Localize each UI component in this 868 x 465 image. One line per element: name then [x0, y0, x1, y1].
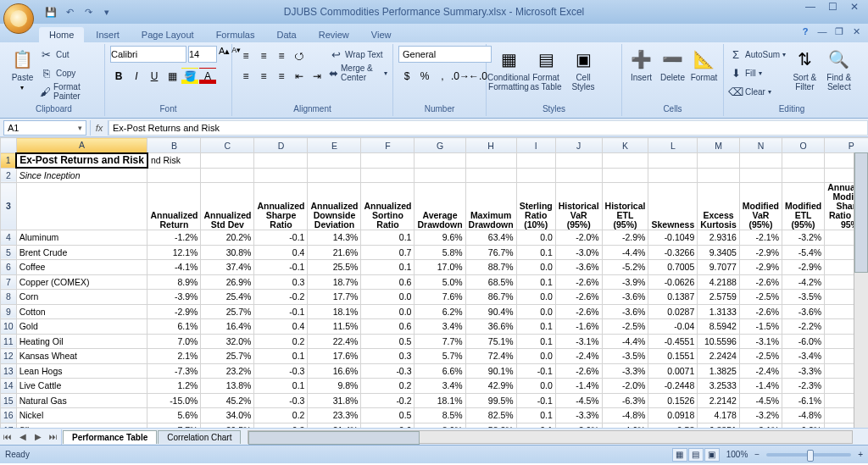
header-cell-13[interactable]: Modified VaR (95%): [739, 183, 782, 230]
cell-r12-c10[interactable]: -3.5%: [602, 349, 648, 364]
cell-r14-c11[interactable]: -0.2448: [648, 379, 698, 394]
header-cell-4[interactable]: Annualized Downside Deviation: [308, 183, 361, 230]
underline-button[interactable]: U: [146, 68, 163, 85]
row-header-17[interactable]: 17: [1, 423, 17, 428]
col-header-H[interactable]: H: [465, 138, 516, 153]
cell-r6-c4[interactable]: 25.5%: [308, 260, 361, 275]
format-cells-button[interactable]: 📐Format: [690, 46, 718, 102]
header-cell-3[interactable]: Annualized Sharpe Ratio: [254, 183, 308, 230]
cell-r6-c9[interactable]: -3.6%: [555, 260, 602, 275]
cell-r10-c11[interactable]: -0.04: [648, 319, 698, 335]
cell-r12-c8[interactable]: 0.0: [516, 349, 555, 364]
cell-r5-c2[interactable]: 30.8%: [201, 245, 254, 260]
cell-r17-c1[interactable]: 7.7%: [147, 423, 201, 428]
cell-r4-c1[interactable]: -1.2%: [147, 230, 201, 246]
cell-r7-c7[interactable]: 68.5%: [465, 274, 516, 290]
cell-r5-c3[interactable]: 0.4: [254, 245, 308, 260]
sheet-nav-last-icon[interactable]: ⏭: [46, 429, 61, 445]
cell-r2-6[interactable]: [415, 168, 465, 183]
cell-r13-c5[interactable]: -0.3: [361, 363, 415, 379]
header-cell-5[interactable]: Annualized Sortino Ratio: [361, 183, 415, 230]
cell-r1-8[interactable]: [516, 153, 555, 169]
cell-r15-c12[interactable]: 2.2142: [698, 393, 740, 408]
col-header-O[interactable]: O: [782, 138, 825, 153]
delete-cells-button[interactable]: ➖Delete: [659, 46, 687, 102]
cell-r7-c3[interactable]: 0.3: [254, 274, 308, 290]
align-bottom-icon[interactable]: ≡: [273, 47, 290, 64]
cell-r11-c4[interactable]: 22.4%: [308, 334, 361, 349]
copy-button[interactable]: ⎘Copy: [40, 64, 99, 81]
cell-r5-c10[interactable]: -4.4%: [602, 245, 648, 260]
cell-r10-c4[interactable]: 11.5%: [308, 319, 361, 335]
col-header-D[interactable]: D: [254, 138, 308, 153]
cell-r4-c6[interactable]: 9.6%: [415, 230, 465, 246]
cell-r12-c7[interactable]: 72.4%: [465, 349, 516, 364]
cell-r11-c10[interactable]: -4.4%: [602, 334, 648, 349]
cell-styles-button[interactable]: ▣Cell Styles: [566, 46, 600, 102]
cell-r7-c1[interactable]: 8.9%: [147, 274, 201, 290]
cell-r2-2[interactable]: [201, 168, 254, 183]
cell-r4-c9[interactable]: -2.0%: [555, 230, 602, 246]
cell-r10-c1[interactable]: 6.1%: [147, 319, 201, 335]
cell-r12-c1[interactable]: 2.1%: [147, 349, 201, 364]
cell-r10-c2[interactable]: 16.4%: [201, 319, 254, 335]
help-icon[interactable]: ?: [798, 25, 812, 37]
cell-r11-c9[interactable]: -3.1%: [555, 334, 602, 349]
tab-home[interactable]: Home: [39, 27, 84, 42]
sheet-nav-next-icon[interactable]: ▶: [31, 429, 46, 445]
cell-r2-1[interactable]: [147, 168, 201, 183]
cell-r16-c14[interactable]: -4.8%: [782, 408, 825, 423]
cell-r7-c6[interactable]: 5.0%: [415, 274, 465, 290]
row-header-4[interactable]: 4: [1, 230, 17, 246]
zoom-level[interactable]: 100%: [726, 450, 748, 459]
align-center-icon[interactable]: ≡: [255, 68, 272, 85]
cell-r17-c8[interactable]: 0.1: [516, 423, 555, 428]
cell-r13-c2[interactable]: 23.2%: [201, 363, 254, 379]
cell-r15-c2[interactable]: 45.2%: [201, 393, 254, 408]
cell-r9-c8[interactable]: 0.0: [516, 304, 555, 319]
worksheet-grid[interactable]: ABCDEFGHIJKLMNOP1Ex-Post Returns and Ris…: [0, 137, 868, 428]
col-header-K[interactable]: K: [602, 138, 648, 153]
undo-icon[interactable]: ↶: [61, 3, 78, 20]
cell-r2-11[interactable]: [648, 168, 698, 183]
col-header-N[interactable]: N: [739, 138, 782, 153]
cell-r12-c4[interactable]: 17.6%: [308, 349, 361, 364]
clear-button[interactable]: ⌫Clear ▾: [729, 83, 786, 100]
orientation-icon[interactable]: ⭯: [291, 47, 308, 64]
cell-r5-c11[interactable]: -0.3266: [648, 245, 698, 260]
cell-r11-c3[interactable]: 0.2: [254, 334, 308, 349]
sheet-nav-prev-icon[interactable]: ◀: [15, 429, 31, 445]
italic-button[interactable]: I: [128, 68, 145, 85]
cell-r12-c13[interactable]: -2.5%: [739, 349, 782, 364]
cell-r12-c0[interactable]: Kansas Wheat: [16, 349, 147, 364]
row-header-2[interactable]: 2: [1, 168, 17, 183]
cell-r1-13[interactable]: [739, 153, 782, 169]
header-cell-10[interactable]: Historical ETL (95%): [602, 183, 648, 230]
cell-r2-12[interactable]: [698, 168, 740, 183]
cell-r2-8[interactable]: [516, 168, 555, 183]
cell-r16-c12[interactable]: 4.178: [698, 408, 740, 423]
cell-r16-c10[interactable]: -4.8%: [602, 408, 648, 423]
cell-r5-c7[interactable]: 76.7%: [465, 245, 516, 260]
cell-r12-c5[interactable]: 0.3: [361, 349, 415, 364]
cell-r14-c8[interactable]: 0.0: [516, 379, 555, 394]
col-header-F[interactable]: F: [361, 138, 415, 153]
cell-r1-2[interactable]: [201, 153, 254, 169]
cell-r10-c0[interactable]: Gold: [16, 319, 147, 335]
cell-r13-c4[interactable]: 16.6%: [308, 363, 361, 379]
select-all-corner[interactable]: [1, 138, 17, 153]
font-color-button[interactable]: A: [199, 68, 216, 85]
font-size-select[interactable]: [188, 46, 217, 63]
formula-bar[interactable]: Ex-Post Returns and Risk: [108, 120, 868, 136]
cell-r4-c10[interactable]: -2.9%: [602, 230, 648, 246]
cell-r9-c4[interactable]: 18.1%: [308, 304, 361, 319]
col-header-J[interactable]: J: [555, 138, 602, 153]
cell-r1-12[interactable]: [698, 153, 740, 169]
header-cell-14[interactable]: Modified ETL (95%): [782, 183, 825, 230]
fill-color-button[interactable]: 🪣: [181, 68, 198, 85]
cell-r11-c6[interactable]: 7.7%: [415, 334, 465, 349]
cell-r9-c10[interactable]: -3.6%: [602, 304, 648, 319]
cell-r16-c2[interactable]: 34.0%: [201, 408, 254, 423]
cell-r16-c8[interactable]: 0.1: [516, 408, 555, 423]
cell-r7-c14[interactable]: -4.2%: [782, 274, 825, 290]
